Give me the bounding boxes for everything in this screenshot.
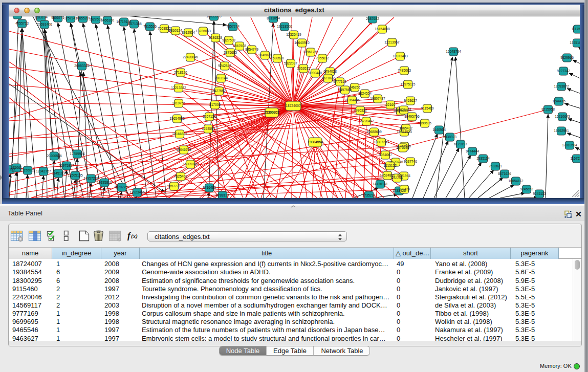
svg-text:12975115: 12975115 [401, 82, 416, 86]
svg-text:4055713: 4055713 [15, 21, 29, 25]
svg-text:1283104: 1283104 [34, 16, 48, 19]
svg-text:9716485: 9716485 [203, 186, 216, 189]
svg-text:7357274: 7357274 [226, 25, 239, 28]
svg-text:1253594: 1253594 [202, 127, 215, 130]
svg-text:12213967: 12213967 [384, 40, 400, 44]
svg-text:9463627: 9463627 [404, 99, 417, 102]
svg-text:8912954: 8912954 [182, 31, 195, 34]
svg-text:8186328: 8186328 [209, 36, 222, 39]
svg-text:20691406: 20691406 [37, 23, 52, 26]
svg-text:12093872: 12093872 [554, 84, 569, 88]
svg-text:9115460: 9115460 [421, 106, 434, 110]
svg-text:1167534: 1167534 [570, 157, 580, 160]
svg-text:14136141: 14136141 [373, 182, 388, 186]
svg-text:12923466: 12923466 [129, 190, 145, 194]
svg-text:12213382: 12213382 [171, 86, 186, 90]
svg-text:9245113: 9245113 [533, 192, 546, 195]
svg-text:9146821: 9146821 [258, 53, 272, 57]
svg-text:9242848: 9242848 [218, 64, 231, 68]
svg-text:9227342: 9227342 [557, 69, 570, 73]
svg-text:21364436: 21364436 [344, 98, 360, 102]
svg-text:16210643: 16210643 [555, 115, 570, 118]
svg-text:1244415: 1244415 [552, 99, 565, 103]
svg-text:25300203: 25300203 [264, 111, 279, 114]
svg-text:13495756: 13495756 [404, 115, 420, 118]
svg-text:10120746: 10120746 [388, 160, 403, 164]
svg-text:1810755: 1810755 [172, 101, 185, 105]
svg-text:10654112: 10654112 [509, 179, 524, 183]
svg-text:7986322: 7986322 [354, 108, 367, 112]
svg-text:16782759: 16782759 [114, 185, 129, 189]
svg-text:8427552: 8427552 [212, 89, 226, 93]
svg-text:13975857: 13975857 [59, 164, 74, 167]
svg-text:746266: 746266 [349, 85, 360, 89]
svg-text:3875685: 3875685 [224, 51, 237, 54]
svg-text:817006: 817006 [209, 103, 221, 106]
svg-text:3267130: 3267130 [203, 115, 216, 118]
svg-text:8454749: 8454749 [245, 48, 258, 51]
svg-text:18724007: 18724007 [286, 104, 301, 107]
svg-text:22420046: 22420046 [183, 55, 198, 59]
svg-text:16648784: 16648784 [446, 50, 461, 53]
svg-text:15692991: 15692991 [554, 129, 569, 133]
svg-text:6794028: 6794028 [323, 70, 337, 73]
svg-text:7632621: 7632621 [489, 164, 502, 168]
svg-text:10807487: 10807487 [370, 97, 385, 100]
svg-text:19654923: 19654923 [397, 130, 412, 134]
svg-text:7515526: 7515526 [143, 25, 157, 28]
svg-text:1075692: 1075692 [396, 146, 409, 149]
svg-text:10195810: 10195810 [97, 181, 112, 184]
svg-text:10973493: 10973493 [393, 54, 408, 58]
svg-text:2935114: 2935114 [476, 157, 490, 160]
svg-text:1735221: 1735221 [362, 193, 376, 197]
svg-text:17010504: 17010504 [562, 143, 577, 147]
svg-text:12942757: 12942757 [36, 169, 51, 173]
svg-text:17957233: 17957233 [83, 177, 99, 180]
svg-text:12505135: 12505135 [68, 173, 83, 177]
svg-text:9860124: 9860124 [169, 29, 182, 32]
svg-text:8990448: 8990448 [309, 71, 322, 75]
svg-text:2867608: 2867608 [233, 44, 246, 48]
svg-text:252254: 252254 [391, 176, 403, 180]
svg-text:17359924: 17359924 [70, 152, 85, 156]
svg-text:6788124: 6788124 [216, 193, 229, 197]
svg-text:1640954: 1640954 [432, 128, 446, 132]
svg-text:1117532: 1117532 [572, 27, 580, 31]
svg-text:16046798: 16046798 [176, 148, 191, 151]
svg-text:1362615: 1362615 [297, 67, 310, 70]
svg-text:3624554: 3624554 [358, 92, 372, 95]
svg-text:7625402: 7625402 [174, 174, 187, 178]
svg-text:8471626: 8471626 [498, 172, 511, 176]
svg-text:1621022: 1621022 [321, 76, 335, 80]
svg-text:19654983: 19654983 [169, 117, 185, 120]
svg-text:18807249: 18807249 [374, 140, 389, 144]
svg-text:2803144: 2803144 [214, 76, 228, 80]
svg-text:5322037: 5322037 [284, 61, 297, 65]
svg-text:15009348: 15009348 [183, 162, 198, 166]
svg-text:9474444: 9474444 [466, 149, 479, 153]
svg-text:16671355: 16671355 [126, 22, 142, 26]
svg-text:2687682: 2687682 [366, 17, 379, 20]
svg-text:9329966: 9329966 [560, 56, 574, 59]
svg-text:19166825: 19166825 [172, 132, 187, 136]
svg-text:62160: 62160 [386, 103, 396, 106]
svg-text:20200576: 20200576 [47, 154, 62, 158]
svg-text:15751074: 15751074 [570, 41, 580, 45]
svg-text:10688609: 10688609 [366, 130, 382, 134]
svg-text:2718126: 2718126 [174, 71, 187, 74]
svg-text:9699695: 9699695 [418, 121, 431, 125]
svg-text:1615152: 1615152 [383, 164, 397, 167]
svg-text:9657771: 9657771 [167, 184, 181, 188]
svg-text:933426: 933426 [399, 187, 410, 191]
svg-text:15720407: 15720407 [359, 119, 374, 123]
svg-text:12325419: 12325419 [286, 33, 301, 36]
svg-text:9084067: 9084067 [379, 153, 392, 157]
svg-text:10961758: 10961758 [303, 50, 318, 54]
svg-text:10025438: 10025438 [396, 108, 411, 112]
svg-text:6179197: 6179197 [454, 142, 467, 146]
svg-text:5938923: 5938923 [443, 135, 456, 139]
svg-text:16640910: 16640910 [294, 41, 310, 45]
svg-text:19384554: 19384554 [308, 140, 323, 144]
svg-text:9777169: 9777169 [333, 80, 346, 83]
svg-text:13226053: 13226053 [195, 29, 211, 33]
